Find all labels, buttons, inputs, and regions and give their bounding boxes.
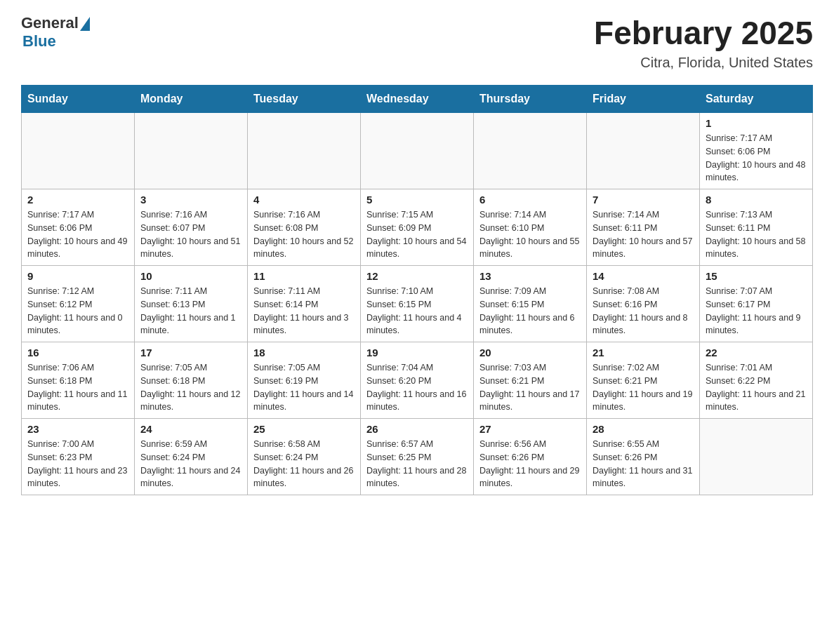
day-number: 18	[253, 347, 355, 358]
header-monday: Monday	[135, 86, 248, 113]
calendar-cell: 10Sunrise: 7:11 AMSunset: 6:13 PMDayligh…	[135, 266, 248, 342]
calendar-cell	[135, 113, 248, 189]
calendar-location: Citra, Florida, United States	[594, 55, 813, 71]
day-number: 6	[479, 194, 581, 206]
calendar-cell	[587, 113, 700, 189]
header-tuesday: Tuesday	[248, 86, 361, 113]
logo-general-text: General	[21, 14, 79, 32]
day-number: 11	[253, 270, 355, 282]
calendar-week-row: 16Sunrise: 7:06 AMSunset: 6:18 PMDayligh…	[22, 342, 813, 419]
calendar-week-row: 1Sunrise: 7:17 AMSunset: 6:06 PMDaylight…	[22, 113, 813, 189]
day-number: 4	[253, 194, 355, 206]
day-sun-info: Sunrise: 7:01 AMSunset: 6:22 PMDaylight:…	[706, 361, 807, 414]
calendar-cell: 2Sunrise: 7:17 AMSunset: 6:06 PMDaylight…	[22, 189, 135, 266]
day-sun-info: Sunrise: 7:05 AMSunset: 6:18 PMDaylight:…	[140, 361, 241, 414]
calendar-cell: 27Sunrise: 6:56 AMSunset: 6:26 PMDayligh…	[474, 419, 587, 495]
day-sun-info: Sunrise: 7:16 AMSunset: 6:08 PMDaylight:…	[253, 208, 355, 261]
day-number: 17	[140, 347, 241, 358]
title-block: February 2025 Citra, Florida, United Sta…	[594, 14, 813, 71]
day-number: 23	[27, 423, 128, 435]
calendar-cell: 28Sunrise: 6:55 AMSunset: 6:26 PMDayligh…	[587, 419, 700, 495]
day-sun-info: Sunrise: 7:11 AMSunset: 6:13 PMDaylight:…	[140, 285, 241, 337]
day-number: 9	[27, 270, 128, 282]
calendar-cell	[248, 113, 361, 189]
day-sun-info: Sunrise: 7:12 AMSunset: 6:12 PMDaylight:…	[27, 285, 128, 337]
header-friday: Friday	[587, 86, 700, 113]
day-number: 3	[140, 194, 241, 206]
day-sun-info: Sunrise: 6:58 AMSunset: 6:24 PMDaylight:…	[253, 438, 355, 490]
calendar-cell: 22Sunrise: 7:01 AMSunset: 6:22 PMDayligh…	[700, 342, 813, 419]
calendar-cell: 18Sunrise: 7:05 AMSunset: 6:19 PMDayligh…	[248, 342, 361, 419]
calendar-cell: 9Sunrise: 7:12 AMSunset: 6:12 PMDaylight…	[22, 266, 135, 342]
day-sun-info: Sunrise: 7:08 AMSunset: 6:16 PMDaylight:…	[593, 285, 694, 337]
day-number: 5	[366, 194, 468, 206]
day-number: 14	[593, 270, 694, 282]
calendar-cell: 4Sunrise: 7:16 AMSunset: 6:08 PMDaylight…	[248, 189, 361, 266]
calendar-cell: 15Sunrise: 7:07 AMSunset: 6:17 PMDayligh…	[700, 266, 813, 342]
day-sun-info: Sunrise: 7:16 AMSunset: 6:07 PMDaylight:…	[140, 208, 241, 261]
day-sun-info: Sunrise: 7:15 AMSunset: 6:09 PMDaylight:…	[366, 208, 468, 261]
logo-blue-text: Blue	[22, 32, 56, 51]
calendar-cell: 21Sunrise: 7:02 AMSunset: 6:21 PMDayligh…	[587, 342, 700, 419]
calendar-header-row: Sunday Monday Tuesday Wednesday Thursday…	[22, 86, 813, 113]
calendar-title: February 2025	[594, 14, 813, 52]
calendar-cell: 7Sunrise: 7:14 AMSunset: 6:11 PMDaylight…	[587, 189, 700, 266]
day-sun-info: Sunrise: 7:14 AMSunset: 6:11 PMDaylight:…	[593, 208, 694, 261]
day-number: 15	[706, 270, 807, 282]
calendar-cell: 20Sunrise: 7:03 AMSunset: 6:21 PMDayligh…	[474, 342, 587, 419]
calendar-week-row: 23Sunrise: 7:00 AMSunset: 6:23 PMDayligh…	[22, 419, 813, 495]
day-number: 28	[593, 423, 694, 435]
calendar-cell: 1Sunrise: 7:17 AMSunset: 6:06 PMDaylight…	[700, 113, 813, 189]
day-number: 22	[706, 347, 807, 358]
calendar-cell: 6Sunrise: 7:14 AMSunset: 6:10 PMDaylight…	[474, 189, 587, 266]
day-sun-info: Sunrise: 6:59 AMSunset: 6:24 PMDaylight:…	[140, 438, 241, 490]
day-sun-info: Sunrise: 7:05 AMSunset: 6:19 PMDaylight:…	[253, 361, 355, 414]
calendar-table: Sunday Monday Tuesday Wednesday Thursday…	[21, 85, 813, 495]
header-sunday: Sunday	[22, 86, 135, 113]
header-wednesday: Wednesday	[361, 86, 474, 113]
day-sun-info: Sunrise: 7:03 AMSunset: 6:21 PMDaylight:…	[479, 361, 581, 414]
logo-triangle-icon	[80, 17, 90, 31]
page-header: General Blue February 2025 Citra, Florid…	[21, 14, 813, 71]
day-number: 20	[479, 347, 581, 358]
day-number: 8	[706, 194, 807, 206]
calendar-cell: 23Sunrise: 7:00 AMSunset: 6:23 PMDayligh…	[22, 419, 135, 495]
day-sun-info: Sunrise: 7:13 AMSunset: 6:11 PMDaylight:…	[706, 208, 807, 261]
calendar-cell: 5Sunrise: 7:15 AMSunset: 6:09 PMDaylight…	[361, 189, 474, 266]
day-sun-info: Sunrise: 7:07 AMSunset: 6:17 PMDaylight:…	[706, 285, 807, 337]
calendar-cell: 11Sunrise: 7:11 AMSunset: 6:14 PMDayligh…	[248, 266, 361, 342]
day-sun-info: Sunrise: 7:02 AMSunset: 6:21 PMDaylight:…	[593, 361, 694, 414]
calendar-cell	[700, 419, 813, 495]
day-sun-info: Sunrise: 6:56 AMSunset: 6:26 PMDaylight:…	[479, 438, 581, 490]
day-sun-info: Sunrise: 7:14 AMSunset: 6:10 PMDaylight:…	[479, 208, 581, 261]
calendar-cell	[474, 113, 587, 189]
calendar-week-row: 2Sunrise: 7:17 AMSunset: 6:06 PMDaylight…	[22, 189, 813, 266]
day-number: 26	[366, 423, 468, 435]
day-sun-info: Sunrise: 7:10 AMSunset: 6:15 PMDaylight:…	[366, 285, 468, 337]
calendar-cell: 3Sunrise: 7:16 AMSunset: 6:07 PMDaylight…	[135, 189, 248, 266]
header-thursday: Thursday	[474, 86, 587, 113]
day-number: 27	[479, 423, 581, 435]
calendar-cell: 16Sunrise: 7:06 AMSunset: 6:18 PMDayligh…	[22, 342, 135, 419]
day-sun-info: Sunrise: 7:04 AMSunset: 6:20 PMDaylight:…	[366, 361, 468, 414]
day-number: 24	[140, 423, 241, 435]
day-number: 12	[366, 270, 468, 282]
calendar-cell: 17Sunrise: 7:05 AMSunset: 6:18 PMDayligh…	[135, 342, 248, 419]
day-number: 21	[593, 347, 694, 358]
day-number: 13	[479, 270, 581, 282]
logo: General Blue	[21, 14, 90, 51]
day-number: 1	[706, 117, 807, 129]
calendar-cell	[361, 113, 474, 189]
calendar-cell: 13Sunrise: 7:09 AMSunset: 6:15 PMDayligh…	[474, 266, 587, 342]
day-sun-info: Sunrise: 7:17 AMSunset: 6:06 PMDaylight:…	[27, 208, 128, 261]
day-number: 19	[366, 347, 468, 358]
day-number: 2	[27, 194, 128, 206]
calendar-cell: 19Sunrise: 7:04 AMSunset: 6:20 PMDayligh…	[361, 342, 474, 419]
day-sun-info: Sunrise: 7:06 AMSunset: 6:18 PMDaylight:…	[27, 361, 128, 414]
calendar-cell: 12Sunrise: 7:10 AMSunset: 6:15 PMDayligh…	[361, 266, 474, 342]
day-number: 25	[253, 423, 355, 435]
day-sun-info: Sunrise: 6:57 AMSunset: 6:25 PMDaylight:…	[366, 438, 468, 490]
day-sun-info: Sunrise: 6:55 AMSunset: 6:26 PMDaylight:…	[593, 438, 694, 490]
day-sun-info: Sunrise: 7:17 AMSunset: 6:06 PMDaylight:…	[706, 132, 807, 185]
calendar-cell: 8Sunrise: 7:13 AMSunset: 6:11 PMDaylight…	[700, 189, 813, 266]
